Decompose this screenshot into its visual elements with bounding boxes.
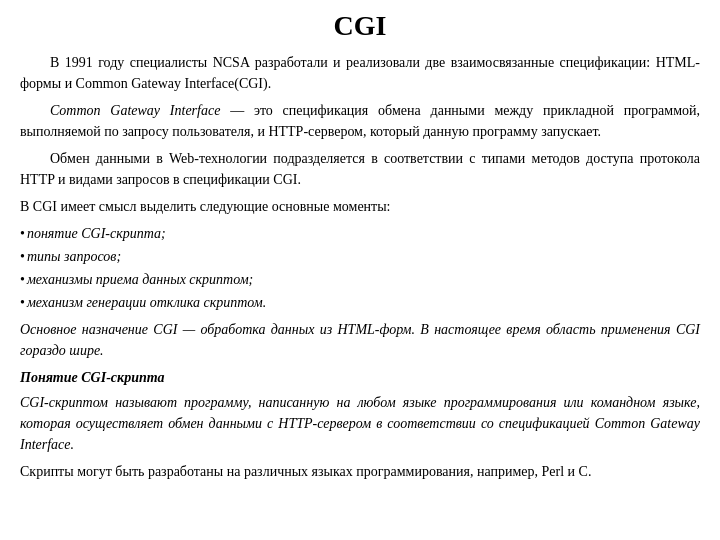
paragraph-3: Обмен данными в Web-технологии подраздел… [20,148,700,190]
bullet-list: понятие CGI-скрипта; типы запросов; меха… [20,223,700,313]
section-heading: Понятие CGI-скрипта [20,367,700,388]
paragraph-6: CGI-скриптом называют программу, написан… [20,392,700,455]
paragraph-1: В 1991 году специалисты NCSA разработали… [20,52,700,94]
bullet-item-3: механизмы приема данных скриптом; [20,269,700,290]
bullet-item-1: понятие CGI-скрипта; [20,223,700,244]
bullet-item-4: механизм генерации отклика скриптом. [20,292,700,313]
p3-text: Обмен данными в Web-технологии подраздел… [20,151,700,187]
bullet-item-2: типы запросов; [20,246,700,267]
paragraph-2: Common Gateway Interface — это специфика… [20,100,700,142]
page-title: CGI [20,10,700,42]
content-area: В 1991 году специалисты NCSA разработали… [20,52,700,482]
p7-text: Скрипты могут быть разработаны на различ… [20,464,591,479]
p1-text: В 1991 году специалисты NCSA разработали… [20,55,700,91]
paragraph-7: Скрипты могут быть разработаны на различ… [20,461,700,482]
p6-text: CGI-скриптом называют программу, написан… [20,395,700,452]
p4-text: В CGI имеет смысл выделить следующие осн… [20,199,391,214]
paragraph-4: В CGI имеет смысл выделить следующие осн… [20,196,700,217]
p5-prefix: Основное назначение CGI — обработка данн… [20,322,415,337]
p2-italic: Common Gateway Interface [50,103,220,118]
paragraph-5: Основное назначение CGI — обработка данн… [20,319,700,361]
